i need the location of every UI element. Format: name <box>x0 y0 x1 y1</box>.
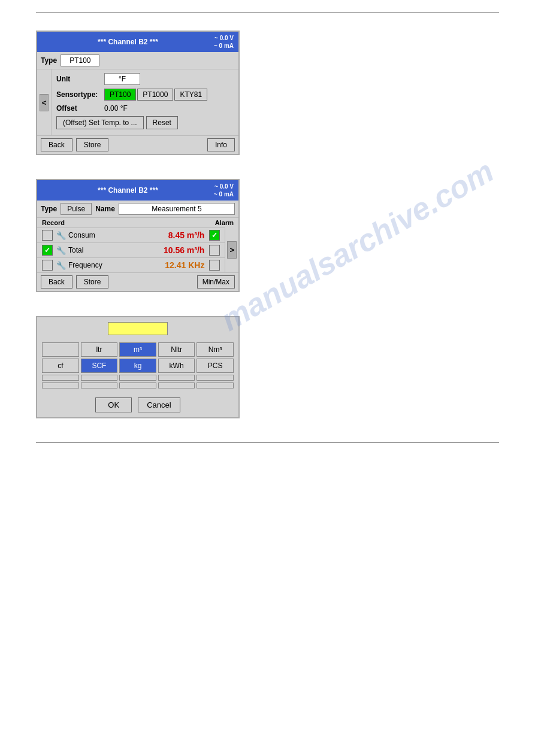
panel1-back-btn[interactable]: Back <box>41 138 72 151</box>
panel1-header-title: *** Channel B2 *** <box>42 38 214 46</box>
panel1-reset-btn[interactable]: Reset <box>146 116 178 129</box>
panel1-store-btn[interactable]: Store <box>76 138 109 151</box>
table-row: ✓ 🔧 Total 10.56 m³/h <box>37 242 225 257</box>
panel1-info-btn[interactable]: Info <box>207 138 235 151</box>
consum-value: 8.45 m³/h <box>110 230 204 240</box>
panel3-yellow-display <box>108 322 168 335</box>
panel1-type-row: Type PT100 <box>37 52 238 69</box>
unit-cell-empty-r4-4[interactable] <box>158 382 195 388</box>
panel2-type-row: Type Pulse Name Measurement 5 <box>37 201 238 218</box>
panel1-type-value[interactable]: PT100 <box>61 54 99 66</box>
unit-cell-kg[interactable]: kg <box>119 359 156 373</box>
panel1-unit-label: Unit <box>56 75 104 83</box>
panel1-content: Unit °F Sensortype: PT100 PT1000 KTY81 O… <box>52 69 238 135</box>
freq-record-checkbox[interactable] <box>42 260 53 271</box>
panel3-footer: OK Cancel <box>37 393 238 417</box>
panel2-header-title: *** Channel B2 *** <box>42 186 214 195</box>
consum-wrench-icon: 🔧 <box>56 231 66 240</box>
panel1-back-arrow[interactable]: < <box>40 94 49 111</box>
panel1-sensor-kty81[interactable]: KTY81 <box>174 89 207 101</box>
unit-cell-empty-r4-1[interactable] <box>42 382 79 388</box>
unit-cell-empty-1[interactable] <box>42 342 79 357</box>
unit-row-1: ltr m³ Nltr Nm³ <box>42 342 234 357</box>
unit-cell-nm3[interactable]: Nm³ <box>197 342 234 357</box>
unit-cell-empty-r3-1[interactable] <box>42 375 79 381</box>
panel2-record-label: Record <box>42 219 65 226</box>
unit-row-4 <box>42 382 234 388</box>
unit-cell-empty-r3-5[interactable] <box>197 375 234 381</box>
panel1-offset-value: 0.00 °F <box>104 104 128 113</box>
panel3-unit-selector: ltr m³ Nltr Nm³ cf SCF kg kWh PCS <box>36 316 240 418</box>
unit-cell-pcs[interactable]: PCS <box>197 359 234 373</box>
panel2-type-label: Type <box>41 205 57 213</box>
panel1-btn-row: (Offset) Set Temp. to ... Reset <box>56 116 234 129</box>
unit-cell-scf[interactable]: SCF <box>81 359 118 373</box>
unit-row-2: cf SCF kg kWh PCS <box>42 359 234 373</box>
panel2-channel-b2-pulse: *** Channel B2 *** ~ 0.0 V ~ 0 mA Type P… <box>36 179 240 292</box>
table-row: 🔧 Consum 8.45 m³/h ✓ <box>37 227 225 242</box>
unit-cell-empty-r3-3[interactable] <box>119 375 156 381</box>
panel2-name-value[interactable]: Measurement 5 <box>119 203 235 215</box>
panel1-offset-label: Offset <box>56 104 104 113</box>
unit-cell-nltr[interactable]: Nltr <box>158 342 195 357</box>
panel2-right-nav: > <box>225 227 238 272</box>
unit-row-3 <box>42 375 234 381</box>
panel3-grid: ltr m³ Nltr Nm³ cf SCF kg kWh PCS <box>37 340 238 393</box>
freq-value: 12.41 KHz <box>110 260 204 270</box>
panel1-header-value: ~ 0.0 V ~ 0 mA <box>214 34 234 50</box>
panel1-offset-row: Offset 0.00 °F <box>56 104 234 113</box>
unit-cell-ltr[interactable]: ltr <box>81 342 118 357</box>
panel1-header: *** Channel B2 *** ~ 0.0 V ~ 0 mA <box>37 32 238 52</box>
watermark: manualsarchive.com <box>214 153 500 338</box>
panel1-footer: Back Store Info <box>37 135 238 154</box>
panel1-sensor-pt1000[interactable]: PT1000 <box>137 89 173 101</box>
unit-cell-cf[interactable]: cf <box>42 359 79 373</box>
panel1-body: < Unit °F Sensortype: PT100 PT1000 KTY81 <box>37 69 238 135</box>
panel2-body-inner: 🔧 Consum 8.45 m³/h ✓ ✓ 🔧 Total 10.56 m³/… <box>37 227 238 272</box>
panel2-alarm-label: Alarm <box>215 219 234 226</box>
unit-cell-kwh[interactable]: kWh <box>158 359 195 373</box>
consum-alarm-checkbox[interactable]: ✓ <box>209 230 220 241</box>
panel1-set-temp-btn[interactable]: (Offset) Set Temp. to ... <box>56 116 144 129</box>
freq-wrench-icon: 🔧 <box>56 261 66 270</box>
panel2-header: *** Channel B2 *** ~ 0.0 V ~ 0 mA <box>37 180 238 201</box>
total-alarm-checkbox[interactable] <box>209 245 220 256</box>
unit-cell-empty-r3-4[interactable] <box>158 375 195 381</box>
panel3-ok-btn[interactable]: OK <box>95 397 132 412</box>
total-name: Total <box>68 246 110 254</box>
unit-cell-empty-r3-2[interactable] <box>81 375 118 381</box>
panel2-rows: 🔧 Consum 8.45 m³/h ✓ ✓ 🔧 Total 10.56 m³/… <box>37 227 225 272</box>
panel2-store-btn[interactable]: Store <box>76 275 109 289</box>
table-row: 🔧 Frequency 12.41 KHz <box>37 257 225 272</box>
panel2-footer: Back Store Min/Max <box>37 272 238 291</box>
consum-name: Consum <box>68 231 110 239</box>
freq-name: Frequency <box>68 261 110 269</box>
panel2-name-label: Name <box>95 205 115 213</box>
panel1-unit-row: Unit °F <box>56 73 234 85</box>
panel2-record-alarm-header: Record Alarm <box>37 218 238 227</box>
consum-record-checkbox[interactable] <box>42 230 53 241</box>
panel2-body: Record Alarm 🔧 Consum 8.45 m³/h ✓ ✓ <box>37 218 238 272</box>
unit-cell-empty-r4-5[interactable] <box>197 382 234 388</box>
freq-alarm-checkbox[interactable] <box>209 260 220 271</box>
panel2-next-arrow[interactable]: > <box>227 241 237 259</box>
panel1-sensortype-label: Sensortype: <box>56 90 104 99</box>
panel1-type-label: Type <box>41 56 57 65</box>
panel2-type-value[interactable]: Pulse <box>61 203 92 215</box>
total-value: 10.56 m³/h <box>110 245 204 255</box>
total-record-checkbox[interactable]: ✓ <box>42 245 53 256</box>
total-wrench-icon: 🔧 <box>56 246 66 255</box>
unit-cell-empty-r4-3[interactable] <box>119 382 156 388</box>
unit-cell-m3[interactable]: m³ <box>119 342 156 357</box>
panel2-back-btn[interactable]: Back <box>41 275 72 289</box>
unit-cell-empty-r4-2[interactable] <box>81 382 118 388</box>
panel1-sensor-pt100[interactable]: PT100 <box>104 89 136 101</box>
panel1-left-nav: < <box>37 69 52 135</box>
panel1-sensortype-row: Sensortype: PT100 PT1000 KTY81 <box>56 89 234 101</box>
panel3-header <box>37 317 238 340</box>
panel2-minmax-btn[interactable]: Min/Max <box>197 275 235 289</box>
panel1-unit-value[interactable]: °F <box>104 73 140 85</box>
panel2-header-value: ~ 0.0 V ~ 0 mA <box>214 183 234 198</box>
panel3-cancel-btn[interactable]: Cancel <box>138 397 180 412</box>
panel1-channel-b2-temp: *** Channel B2 *** ~ 0.0 V ~ 0 mA Type P… <box>36 31 240 155</box>
